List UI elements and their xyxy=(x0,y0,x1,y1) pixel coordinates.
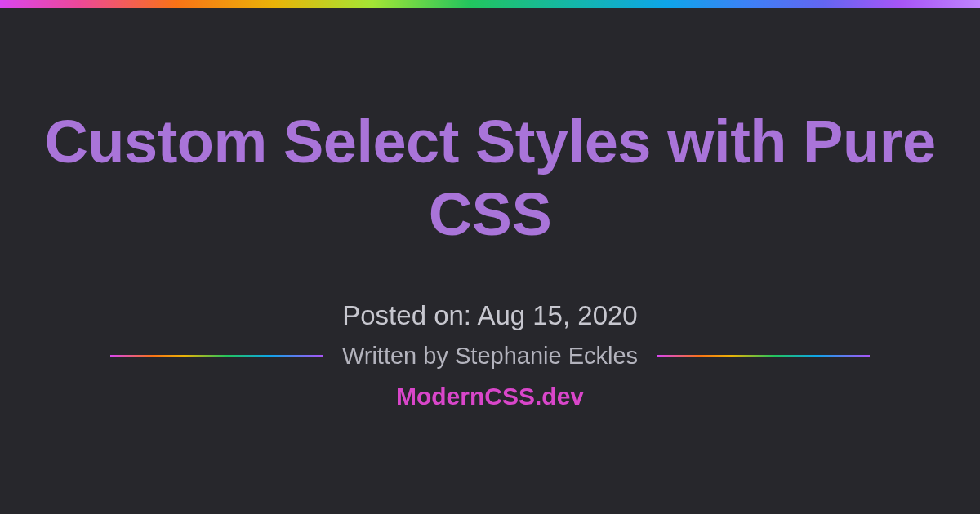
card-content: Custom Select Styles with Pure CSS Poste… xyxy=(0,8,980,410)
rainbow-rule-left xyxy=(110,355,323,357)
article-title: Custom Select Styles with Pure CSS xyxy=(41,106,939,251)
author-byline: Written by Stephanie Eckles xyxy=(342,343,638,370)
top-rainbow-bar xyxy=(0,0,980,8)
site-name: ModernCSS.dev xyxy=(396,383,584,410)
posted-date: Posted on: Aug 15, 2020 xyxy=(342,300,637,331)
rainbow-rule-right xyxy=(657,355,870,357)
byline-row: Written by Stephanie Eckles xyxy=(110,343,870,370)
